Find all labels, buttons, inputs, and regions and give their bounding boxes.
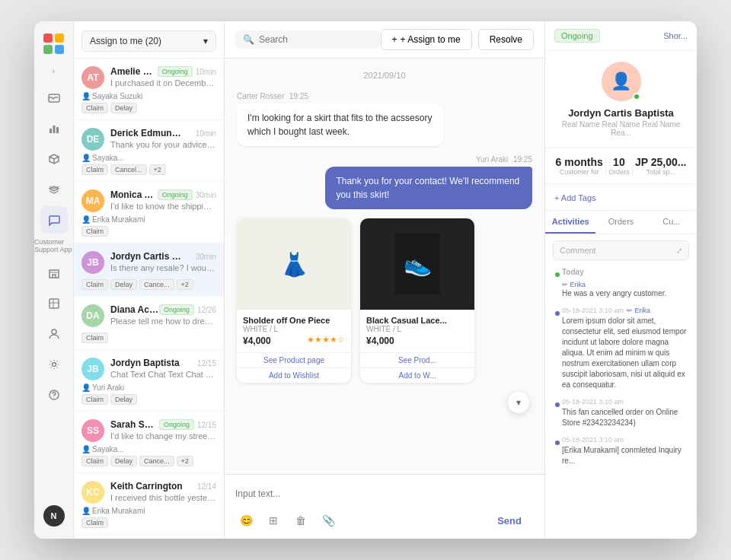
conv-items-list: AT Amelie Thatcher Ongoing 10min I purch… — [74, 59, 224, 539]
conv-item[interactable]: JB Jordyn Baptista 12/15 Chat Text Chat … — [74, 350, 224, 412]
conv-item[interactable]: MA Monica Allingham Ongoing 30min I'd li… — [74, 182, 224, 243]
message-row-right: Thank you for your contact! We'll recomm… — [237, 167, 532, 209]
comment-input[interactable]: Comment ⤢ — [553, 240, 689, 260]
conv-name: Jordyn Cartis Baptista — [110, 251, 187, 262]
conv-avatar: AT — [81, 66, 104, 89]
rail-chart-icon[interactable] — [40, 115, 68, 142]
short-link[interactable]: Shor... — [663, 31, 688, 40]
conv-info: Jordyn Cartis Baptista 30min Is there an… — [110, 251, 216, 272]
conv-preview: I'd like to know the shipping da... — [110, 202, 216, 211]
scroll-down-button[interactable]: ▾ — [508, 392, 529, 413]
customer-realname: Real Name Real Name Real Name Rea... — [554, 120, 688, 137]
tag: +2 — [177, 279, 193, 290]
rail-building-icon[interactable] — [40, 259, 68, 287]
product-info: Sholder off One Piece WHITE / L ¥4,000 ★… — [237, 310, 351, 352]
conv-item[interactable]: JW Jaden Ludovic Willis Ongoing 11/28 I'… — [74, 535, 224, 539]
assign-to-me-button[interactable]: Assign to me (20) ▾ — [81, 30, 216, 52]
conv-preview: Please tell me how to dress th... — [110, 317, 216, 326]
conv-name: Jordyn Baptista — [110, 358, 180, 368]
resolve-button[interactable]: Resolve — [478, 29, 534, 50]
search-icon: 🔍 — [243, 34, 254, 45]
activities-list: Comment ⤢ Today ✏ Erika He was a very an… — [545, 234, 697, 480]
conv-preview: Chat Text Chat Text Chat Text... — [110, 370, 216, 379]
conv-tags: ClaimCancel...+2 — [81, 164, 216, 175]
svg-rect-2 — [53, 126, 55, 133]
conv-meta: 👤Sayaka Suzuki — [81, 92, 216, 100]
conv-time: 30min — [196, 253, 216, 261]
sender-label-left: Carter Rosser 19:25 — [237, 92, 532, 100]
add-tags-button[interactable]: + Add Tags — [554, 193, 596, 202]
conv-item[interactable]: DE Derick Edmunds Colley 10min Thank you… — [74, 120, 224, 182]
rail-table-icon[interactable] — [40, 290, 68, 317]
rail-collapse-icon[interactable]: › — [53, 67, 55, 75]
rail-help-icon[interactable] — [40, 381, 68, 409]
assign-button[interactable]: + Send + Assign to me — [381, 29, 472, 50]
conv-info: Diana Ackerley Ongoing 12/26 Please tell… — [110, 304, 216, 326]
customer-name: Jordyn Cartis Baptista — [554, 107, 688, 119]
rail-box-icon[interactable] — [40, 145, 68, 173]
conv-name-row: Diana Ackerley Ongoing 12/26 — [110, 304, 216, 315]
message-row-left: I'm looking for a skirt that fits to the… — [237, 103, 532, 146]
product-price: ¥4,000 — [366, 336, 394, 346]
stat-value: 6 months — [556, 156, 603, 168]
activity-item: Today ✏ Erika He was a very angry custom… — [553, 268, 689, 299]
wishlist-link[interactable]: Add to W... — [360, 368, 474, 383]
rail-chat-icon[interactable] — [40, 206, 68, 234]
rail-settings-icon[interactable] — [40, 351, 68, 378]
conv-avatar: DA — [81, 304, 104, 327]
rail-layers-icon[interactable] — [40, 176, 68, 203]
svg-rect-5 — [49, 299, 59, 308]
stat-value: JP 25,00... — [635, 156, 686, 168]
stat-label: Total sp... — [635, 168, 686, 176]
conv-list-header: Assign to me (20) ▾ — [74, 21, 224, 59]
conv-avatar: JB — [81, 358, 104, 380]
product-page-link[interactable]: See Product page — [237, 352, 351, 368]
conv-meta: 👤Sayaka... — [81, 445, 216, 453]
product-name: Black Casual Lace... — [366, 316, 468, 325]
emoji-button[interactable]: 😊 — [235, 510, 257, 531]
product-price: ¥4,000 — [243, 336, 271, 346]
panel-tab-orders[interactable]: Orders — [595, 211, 646, 234]
search-input[interactable] — [259, 34, 373, 45]
user-avatar-rail[interactable]: N — [43, 505, 65, 527]
activity-text: Lorem ipsum dolor sit amet, consectetur … — [562, 316, 689, 390]
product-page-link[interactable]: See Prod... — [360, 352, 474, 368]
chat-input[interactable] — [235, 482, 534, 505]
trash-button[interactable]: 🗑 — [290, 510, 311, 531]
send-button[interactable]: Send — [485, 511, 534, 531]
attach-button[interactable]: 📎 — [318, 510, 339, 531]
svg-point-9 — [53, 397, 54, 398]
tag: Delay — [110, 394, 137, 405]
search-bar[interactable]: 🔍 — [235, 30, 381, 49]
today-label: Today — [562, 268, 689, 276]
ongoing-badge: Ongoing — [554, 29, 600, 43]
product-stars: ★★★★☆ — [307, 335, 345, 345]
conv-avatar: KC — [81, 481, 104, 504]
panel-tab-activities[interactable]: Activities — [545, 211, 595, 234]
rail-inbox-icon[interactable] — [40, 84, 68, 112]
online-indicator — [633, 93, 640, 100]
grid-button[interactable]: ⊞ — [263, 510, 284, 531]
tag: Claim — [81, 394, 108, 405]
product-info: Black Casual Lace... WHITE / L ¥4,000 — [360, 310, 474, 352]
product-variant: WHITE / L — [366, 325, 468, 333]
panel-tab-cu[interactable]: Cu... — [646, 211, 697, 234]
rail-account-label: Customer Support App — [34, 238, 73, 253]
input-tools: 😊 ⊞ 🗑 📎 — [235, 510, 339, 531]
conv-item-top: JB Jordyn Cartis Baptista 30min Is there… — [81, 251, 216, 274]
icon-rail: › Customer Support App — [34, 21, 74, 539]
product-image: 👟 — [360, 218, 474, 310]
rail-person-icon[interactable] — [40, 320, 68, 348]
conv-meta: 👤Sayaka... — [81, 154, 216, 162]
conv-name-row: Sarah Smythe Ongoing 12/15 — [110, 419, 216, 430]
customer-stat: 10Orders — [608, 156, 630, 176]
svg-rect-1 — [49, 129, 52, 133]
conv-item[interactable]: JB Jordyn Cartis Baptista 30min Is there… — [74, 243, 224, 297]
tag: +2 — [149, 164, 166, 175]
conv-item[interactable]: SS Sarah Smythe Ongoing 12/15 I'd like t… — [74, 412, 224, 473]
conv-item[interactable]: AT Amelie Thatcher Ongoing 10min I purch… — [74, 59, 224, 120]
svg-rect-3 — [56, 127, 59, 133]
conv-item[interactable]: KC Keith Carrington 12/14 I received thi… — [74, 473, 224, 535]
conv-item[interactable]: DA Diana Ackerley Ongoing 12/26 Please t… — [74, 297, 224, 350]
wishlist-link[interactable]: Add to Wishlist — [237, 368, 351, 383]
